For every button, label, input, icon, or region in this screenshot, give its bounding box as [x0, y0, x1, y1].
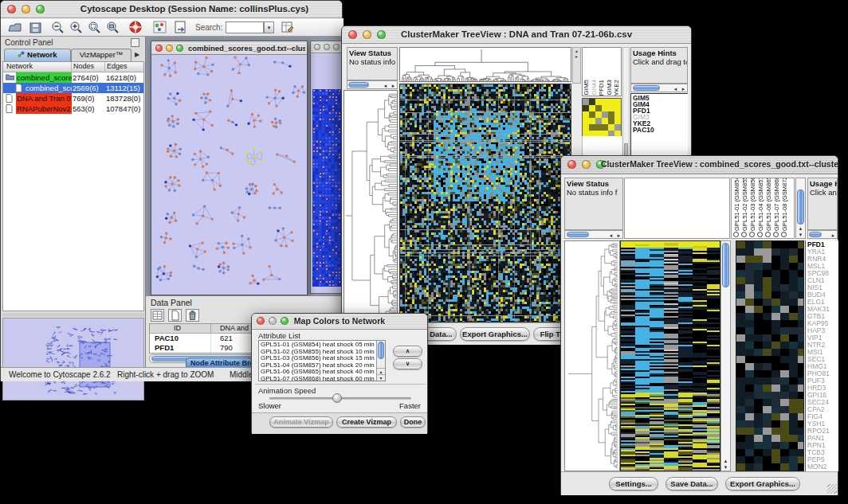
tab-network[interactable]: Network	[4, 49, 71, 61]
scroll-right-icon[interactable]: ▸	[390, 82, 397, 89]
network-list-item[interactable]: combined_sco2569(6)13112(15)	[3, 83, 143, 93]
help-ring-icon[interactable]	[128, 20, 144, 35]
heatmap-scroll-arrows[interactable]: ▴ ▸	[572, 47, 581, 84]
new-attribute-icon[interactable]	[168, 309, 182, 322]
zoom-out-icon[interactable]	[50, 20, 66, 35]
treeview-combined-titlebar[interactable]: ClusterMaker TreeView : combined_scores_…	[561, 156, 838, 174]
tab-overflow-icon[interactable]: ▶	[135, 51, 139, 58]
gene-dendrogram[interactable]	[344, 90, 398, 322]
network-list-item[interactable]: DNA and Tran 07769(0)183728(0)	[3, 93, 143, 104]
move-down-button[interactable]: ∨	[393, 358, 422, 369]
scrollbar-thumb[interactable]	[809, 232, 822, 237]
scrollbar-thumb[interactable]	[633, 85, 660, 91]
attribute-editor-icon[interactable]	[280, 20, 296, 35]
scroll-up-icon[interactable]: ▴	[573, 48, 580, 53]
speed-slider-thumb[interactable]	[332, 393, 342, 403]
animate-vizmap-button[interactable]: Animate Vizmap	[269, 416, 333, 428]
column-node-glyphs	[733, 231, 794, 239]
array-dendrogram[interactable]	[399, 47, 571, 82]
move-up-button[interactable]: ∧	[393, 346, 422, 357]
resize-grip[interactable]	[827, 484, 837, 494]
mini-correlation-heatmap[interactable]	[582, 98, 622, 136]
scroll-right-icon[interactable]: ▸	[680, 85, 687, 92]
network-list-item[interactable]: RNAPuberNov2+563(0)107847(0)	[3, 104, 143, 114]
scroll-right-icon[interactable]: ▸	[573, 53, 580, 59]
document-icon	[6, 104, 14, 112]
button-export-graphics[interactable]: Export Graphics...	[460, 327, 530, 341]
scrollbar-thumb[interactable]	[567, 232, 589, 237]
attribute-list-item[interactable]: GPL51-07 (GSM868) heat shock 60 min	[261, 376, 383, 381]
network-frame-dna-titlebar[interactable]	[311, 41, 344, 53]
scrollbar-thumb[interactable]	[378, 342, 384, 359]
search-dropdown-icon[interactable]: ▼	[264, 21, 274, 33]
network-name: combined_sco	[25, 83, 72, 93]
import-document-icon[interactable]	[173, 20, 189, 35]
scroll-left-icon[interactable]: ◂	[607, 232, 614, 239]
tab-vizmapper[interactable]: VizMapper™	[71, 49, 132, 61]
close-icon[interactable]	[314, 44, 320, 50]
gene-dendrogram[interactable]	[564, 240, 620, 471]
minimize-icon[interactable]	[166, 45, 173, 52]
network-list-item[interactable]: combined_scores2764(0)16218(0)	[3, 72, 143, 83]
button-settings[interactable]: Settings...	[609, 477, 658, 490]
network-frame-combined[interactable]: combined_scores_good.txt--cluste...	[151, 41, 308, 295]
scroll-down-icon[interactable]: ▾	[722, 463, 729, 471]
float-panel-icon[interactable]	[131, 38, 139, 47]
view-status-hscrollbar[interactable]: ◂ ▸	[564, 230, 623, 239]
delete-attribute-icon[interactable]	[186, 309, 199, 322]
network-nodes-count: 2764(0)	[73, 72, 105, 83]
vizmapper-nodes-icon[interactable]	[152, 20, 168, 35]
create-vizmap-button[interactable]: Create Vizmap	[336, 416, 397, 428]
attribute-select-icon[interactable]	[151, 309, 164, 322]
zoom-window-icon[interactable]	[176, 45, 183, 52]
scroll-right-icon[interactable]: ▸	[830, 232, 837, 239]
scroll-left-icon[interactable]: ◂	[382, 82, 389, 89]
scroll-down-icon[interactable]: ▾	[377, 374, 385, 381]
network-frame-titlebar[interactable]: combined_scores_good.txt--cluste...	[151, 41, 307, 55]
scroll-left-icon[interactable]: ◂	[672, 85, 679, 92]
treeview-dna-titlebar[interactable]: ClusterMaker TreeView : DNA and Tran 07-…	[342, 26, 691, 44]
zoom-selected-icon[interactable]	[87, 20, 103, 35]
attribute-listbox[interactable]: GPL51-01 (GSM854) heat shock 05 minGPL51…	[258, 340, 386, 381]
scrollbar-thumb[interactable]	[797, 189, 804, 225]
usage-hints-hscrollbar[interactable]: ▸	[807, 230, 838, 239]
button-save-data[interactable]: Save Data...	[665, 477, 718, 490]
network-nodes-count: 2569(6)	[73, 83, 105, 93]
network-frame-dna[interactable]	[310, 41, 344, 294]
search-input[interactable]	[226, 21, 264, 33]
network-table-header[interactable]: Network Nodes Edges	[3, 62, 143, 72]
scrollbar-thumb[interactable]	[348, 82, 369, 88]
dialog-titlebar[interactable]: Map Colors to Network	[252, 314, 427, 330]
minimize-icon[interactable]	[324, 44, 330, 50]
done-button[interactable]: Done	[400, 416, 426, 428]
zoom-in-icon[interactable]	[69, 20, 84, 35]
scrollbar-thumb[interactable]	[722, 243, 729, 287]
scroll-up-icon[interactable]: ▴	[377, 368, 385, 374]
usage-hints-hscrollbar[interactable]: ◂ ▸	[630, 84, 688, 92]
heatmap-cell	[614, 99, 621, 105]
button-export-graphics[interactable]: Export Graphics...	[725, 477, 800, 490]
open-folder-icon[interactable]	[7, 20, 23, 35]
save-icon[interactable]	[28, 20, 44, 35]
close-icon[interactable]	[155, 45, 163, 52]
usage-hints-panel: Usage Hints Click and drag to	[630, 47, 688, 84]
labels-vscrollbar[interactable]: ▴ ▾	[795, 178, 806, 239]
scroll-down-icon[interactable]: ▾	[797, 231, 804, 238]
network-view-canvas[interactable]	[151, 55, 307, 295]
array-dendrogram[interactable]	[624, 178, 730, 239]
scroll-right-icon[interactable]: ▸	[615, 232, 622, 239]
column-label: GIM4	[591, 80, 599, 96]
heatmap-zoom-view[interactable]	[736, 240, 804, 471]
dense-network-view[interactable]	[312, 89, 344, 287]
attribute-list-label: Attribute List	[258, 331, 300, 340]
heatmap-vscrollbar[interactable]: ▴ ▾	[720, 240, 731, 471]
heatmap-main[interactable]	[399, 84, 571, 322]
heatmap-main[interactable]	[620, 240, 720, 471]
view-status-hscrollbar[interactable]: ◂ ▸	[347, 80, 398, 89]
panel-splitter[interactable]	[2, 313, 144, 317]
zoom-fit-icon[interactable]	[105, 20, 121, 35]
cytoscape-titlebar[interactable]: Cytoscape Desktop (Session Name: collins…	[1, 1, 342, 18]
network-overview[interactable]	[2, 318, 144, 400]
listbox-vscrollbar[interactable]: ▴ ▾	[376, 341, 385, 381]
zoom-window-icon[interactable]	[333, 44, 340, 50]
